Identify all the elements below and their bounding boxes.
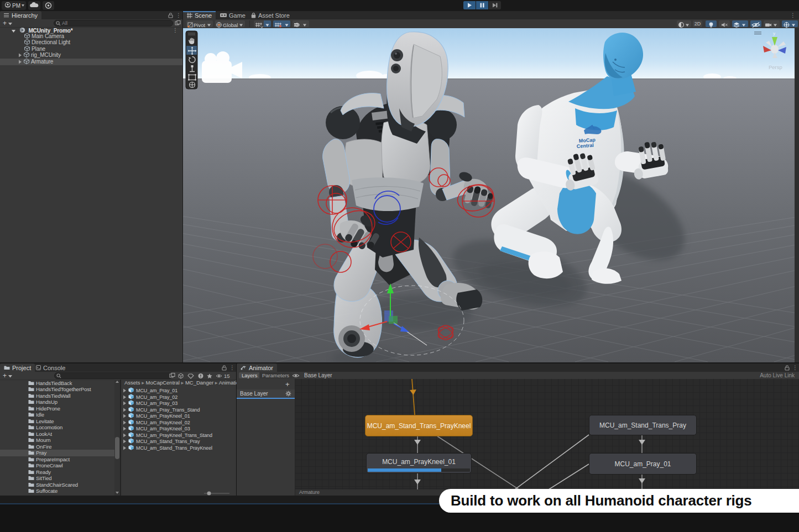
svg-text:PM: PM	[12, 3, 20, 9]
svg-text:y: y	[773, 31, 775, 36]
svg-text:Persp: Persp	[769, 64, 782, 70]
svg-text:Pivot: Pivot	[194, 22, 205, 28]
svg-text:15: 15	[224, 373, 230, 379]
svg-text:Global: Global	[223, 22, 238, 28]
